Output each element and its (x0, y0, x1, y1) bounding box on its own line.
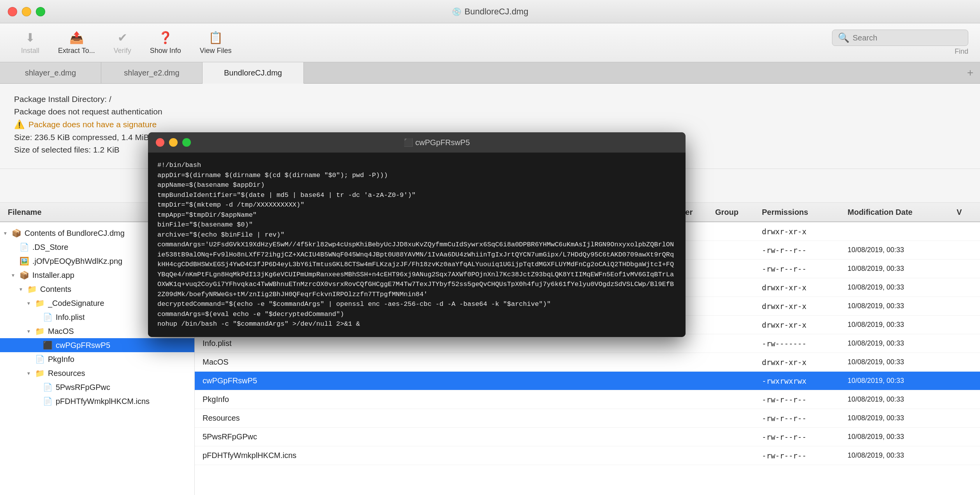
file-name: MacOS (48, 327, 74, 336)
file-name: _CodeSignature (48, 299, 104, 308)
tab-shlayer-e[interactable]: shlayer_e.dmg (0, 62, 101, 83)
search-box[interactable]: 🔍 (832, 30, 968, 46)
dc-perms: -rw-r--r-- (762, 451, 848, 460)
search-input[interactable] (853, 33, 962, 42)
search-area: 🔍 Find (832, 30, 968, 56)
file-name: cwPGpFRswP5 (56, 341, 110, 350)
dc-perms: drwxr-xr-x (762, 358, 848, 367)
verify-label: Verify (114, 47, 131, 55)
maximize-button[interactable] (36, 7, 45, 16)
app-window: 💿 BundloreCJ.dmg ⬇ Install 📤 Extract To.… (0, 0, 980, 495)
terminal-maximize-button[interactable] (182, 138, 191, 147)
tree-row[interactable]: 📄pFDHTfyWmkplHKCM.icns (0, 394, 194, 408)
tree-row[interactable]: 📄5PwsRFpGPwc (0, 380, 194, 394)
tree-row[interactable]: 📁Resources (0, 366, 194, 380)
detail-row[interactable]: pFDHTfyWmkplHKCM.icns -rw-r--r-- 10/08/2… (195, 446, 980, 465)
dc-perms: -rw-r--r-- (762, 433, 848, 441)
file-icon: 📄 (19, 242, 29, 252)
window-title-text: BundloreCJ.dmg (465, 7, 529, 17)
view-files-icon: 📋 (208, 31, 223, 44)
dc-moddate: 10/08/2019, 00:33 (848, 395, 957, 404)
terminal-close-button[interactable] (156, 138, 164, 147)
close-button[interactable] (8, 7, 17, 16)
tab-bundlorecj[interactable]: BundloreCJ.dmg (203, 62, 304, 84)
dc-perms: drwxr-xr-x (762, 283, 848, 292)
search-icon: 🔍 (838, 32, 850, 43)
dc-perms: -rwxrwxrwx (762, 377, 848, 385)
dc-perms: -rw-r--r-- (762, 414, 848, 423)
disclosure-triangle (19, 286, 27, 292)
detail-row[interactable]: PkgInfo -rw-r--r-- 10/08/2019, 00:33 (195, 390, 980, 409)
dc-moddate: 10/08/2019, 00:33 (848, 283, 957, 291)
title-bar: 💿 BundloreCJ.dmg (0, 0, 980, 23)
verify-button[interactable]: ✔ Verify (104, 27, 141, 59)
tree-row[interactable]: 📄PkgInfo (0, 352, 194, 366)
auth-text: Package does not request authentication (14, 107, 162, 116)
dc-moddate: 10/08/2019, 00:33 (848, 358, 957, 366)
file-name: Installer.app (32, 271, 74, 280)
disclosure-triangle (27, 300, 35, 306)
dc-moddate: 10/08/2019, 00:33 (848, 414, 957, 422)
dmg-icon: 💿 (452, 7, 462, 16)
detail-row[interactable]: Resources -rw-r--r-- 10/08/2019, 00:33 (195, 409, 980, 428)
file-icon: 📦 (19, 270, 29, 280)
dc-filename: pFDHTfyWmkplHKCM.icns (203, 451, 622, 460)
file-icon: 📁 (35, 369, 45, 378)
dc-perms: drwxr-xr-x (762, 321, 848, 329)
dc-filename: MacOS (203, 358, 622, 367)
signature-text: Package does not have a signature (28, 120, 157, 129)
terminal-body[interactable]: #!/bin/bash appDir=$(dirname $(dirname $… (148, 153, 686, 337)
terminal-titlebar: ⬛ cwPGpFRswP5 (148, 132, 686, 153)
file-name: PkgInfo (48, 355, 74, 364)
extract-label: Extract To... (58, 47, 95, 55)
file-icon: 📦 (12, 228, 21, 238)
tab-bundlorecj-label: BundloreCJ.dmg (224, 68, 282, 77)
dc-perms: -rw------- (762, 339, 848, 348)
extract-icon: 📤 (69, 31, 84, 44)
col-header-v: V (957, 208, 972, 217)
dc-filename: 5PwsRFpGPwc (203, 432, 622, 441)
terminal-title: ⬛ cwPGpFRswP5 (196, 138, 678, 147)
dc-filename: Info.plist (203, 339, 622, 348)
install-button[interactable]: ⬇ Install (12, 27, 49, 59)
dc-perms: -rw-r--r-- (762, 395, 848, 404)
terminal-minimize-button[interactable] (169, 138, 178, 147)
file-icon: 📄 (43, 312, 53, 322)
file-icon: 📄 (43, 397, 53, 406)
detail-row[interactable]: Info.plist -rw------- 10/08/2019, 00:33 (195, 334, 980, 353)
install-icon: ⬇ (25, 31, 35, 44)
detail-row[interactable]: 5PwsRFpGPwc -rw-r--r-- 10/08/2019, 00:33 (195, 428, 980, 446)
tree-row[interactable]: ⬛cwPGpFRswP5 (0, 338, 194, 352)
disclosure-triangle (12, 272, 19, 278)
add-tab-button[interactable]: + (961, 62, 980, 83)
detail-row[interactable]: cwPGpFRswP5 -rwxrwxrwx 10/08/2019, 00:33 (195, 372, 980, 390)
disclosure-triangle (27, 370, 35, 376)
window-controls (8, 7, 45, 16)
extract-button[interactable]: 📤 Extract To... (49, 27, 104, 59)
show-info-icon: ❓ (158, 31, 173, 44)
detail-row[interactable]: MacOS drwxr-xr-x 10/08/2019, 00:33 (195, 353, 980, 372)
file-icon: 📁 (27, 284, 37, 294)
size-selected-text: Size of selected files: 1.2 KiB (14, 145, 120, 154)
minimize-button[interactable] (22, 7, 31, 16)
view-files-label: View Files (200, 47, 232, 55)
file-name: Info.plist (56, 313, 85, 322)
disclosure-triangle (27, 328, 35, 334)
file-icon: 📄 (35, 355, 45, 364)
terminal-window[interactable]: ⬛ cwPGpFRswP5 #!/bin/bash appDir=$(dirna… (148, 132, 686, 337)
show-info-label: Show Info (150, 47, 181, 55)
file-icon: 🖼️ (19, 256, 29, 266)
show-info-button[interactable]: ❓ Show Info (141, 27, 190, 59)
dc-moddate: 10/08/2019, 00:33 (848, 377, 957, 385)
col-header-group: Group (715, 208, 762, 217)
dc-perms: -rw-r--r-- (762, 246, 848, 255)
file-name: .jOfVpEOQyBhWdlKz.png (32, 257, 122, 266)
view-files-button[interactable]: 📋 View Files (190, 27, 241, 59)
dc-perms: drwxr-xr-x (762, 227, 848, 236)
file-icon: 📁 (35, 326, 45, 336)
dc-moddate: 10/08/2019, 00:33 (848, 246, 957, 254)
dc-moddate: 10/08/2019, 00:33 (848, 302, 957, 310)
dc-filename: Resources (203, 414, 622, 423)
tabs-bar: shlayer_e.dmg shlayer_e2.dmg BundloreCJ.… (0, 62, 980, 84)
tab-shlayer-e2[interactable]: shlayer_e2.dmg (101, 62, 203, 83)
